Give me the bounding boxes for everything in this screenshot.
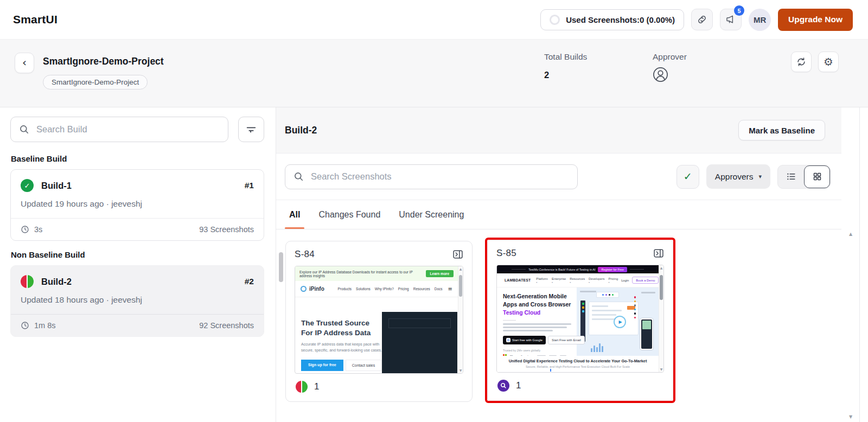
approver-label: Approver (653, 52, 687, 62)
build-number: #2 (245, 277, 254, 286)
decorative-line (630, 269, 644, 270)
screenshot-search-box[interactable] (285, 164, 578, 189)
scroll-down-icon[interactable]: ▼ (849, 415, 852, 419)
build-card-footer: 1m 8s 92 Screenshots (11, 314, 264, 336)
ipinfo-banner: Explore our IP Address Database Download… (295, 266, 458, 281)
build-title-bar: Build-2 Mark as Baseline (276, 107, 841, 154)
refresh-icon (796, 56, 807, 67)
nav-link: Platform (536, 277, 548, 284)
main-scrollbar-thumb[interactable] (279, 252, 283, 282)
changes-found-status-icon (296, 381, 308, 393)
card-footer: 1 (496, 373, 664, 394)
nav-link: Products (337, 287, 352, 291)
mini-toolbar-graphic (596, 292, 619, 298)
build-card-build-1[interactable]: ✓ Build-1 #1 Updated 19 hours ago · jeev… (10, 169, 264, 241)
screenshot-card-s84[interactable]: S-84 Explore our IP Address Database Dow… (285, 241, 473, 402)
ipinfo-nav-links: Products Solutions Why IPinfo? Pricing R… (337, 287, 442, 291)
nav-link: Docs (435, 287, 443, 291)
scroll-up-icon[interactable]: ▲ (849, 232, 852, 236)
build-search-row (10, 117, 264, 142)
approve-all-button[interactable]: ✓ (676, 165, 699, 189)
topbar-actions: Used Screenshots:0 (0.00%) 5 MR Upgrade … (540, 9, 853, 31)
mini-phone-graphic (640, 318, 654, 350)
app-title: SmartUI (13, 13, 58, 26)
build-filter-button[interactable] (238, 117, 264, 142)
announcements-button[interactable]: 5 (720, 9, 742, 30)
link-button[interactable] (691, 9, 713, 30)
approvers-dropdown-label: Approvers (715, 172, 754, 182)
screenshot-card-s85[interactable]: S-85 (487, 240, 673, 401)
lambdatest-section-heading: Unified Digital Experience Testing Cloud… (497, 356, 659, 372)
lt-cta-row: G Start free with Google Start Free with… (503, 336, 578, 344)
screenshot-thumbnail-lambdatest[interactable]: TestMu Conference is Back! Future of Tes… (496, 265, 664, 373)
variant-count: 1 (314, 381, 319, 392)
ipinfo-navbar: iPinfo Products Solutions Why IPinfo? Pr… (295, 281, 458, 297)
approvers-dropdown[interactable]: Approvers ▾ (706, 164, 770, 189)
card-header: S-85 (496, 248, 664, 259)
scroll-down-icon: ▼ (459, 369, 462, 372)
screenshot-thumbnail-ipinfo[interactable]: Explore our IP Address Database Download… (295, 266, 463, 374)
content-area: Baseline Build ✓ Build-1 #1 Updated 19 h… (0, 107, 868, 422)
screenshot-tabs: All Changes Found Under Screening (276, 200, 841, 229)
tab-all[interactable]: All (289, 200, 300, 229)
filter-icon (245, 124, 257, 136)
divider (503, 320, 516, 321)
ipinfo-logo-text: iPinfo (309, 286, 324, 292)
screenshot-cards-grid: S-84 Explore our IP Address Database Dow… (276, 229, 841, 403)
lambdatest-nav-links: Platform Enterprise Resources Developers… (536, 277, 618, 284)
lambdatest-navbar: LAMBDATEST Platform Enterprise Resources… (497, 273, 659, 287)
builds-sidebar: Baseline Build ✓ Build-1 #1 Updated 19 h… (0, 107, 276, 422)
list-view-button[interactable] (778, 165, 804, 188)
announcement-text: TestMu Conference is Back! Future of Tes… (528, 268, 595, 271)
nav-link: Developers (589, 277, 604, 284)
search-icon (293, 171, 304, 182)
scroll-up-icon: ▲ (459, 267, 462, 271)
ipinfo-contact-button: Contact sales (346, 360, 381, 371)
back-button[interactable]: ‹ (15, 53, 34, 73)
ipinfo-heading-line2: For IP Address Data (301, 328, 384, 338)
build-search-input[interactable] (36, 124, 220, 135)
build-screenshot-count: 92 Screenshots (199, 321, 254, 330)
build-detail-inner: Build-2 Mark as Baseline ✓ (276, 107, 841, 403)
total-builds-value: 2 (544, 70, 587, 80)
build-search-box[interactable] (10, 117, 228, 142)
used-screenshots-pill[interactable]: Used Screenshots:0 (0.00%) (540, 9, 684, 30)
tab-under-screening[interactable]: Under Screening (399, 200, 464, 229)
nav-link: Resources (570, 277, 585, 284)
lambdatest-hero-copy: Next-Generation Mobile Apps and Cross Br… (503, 292, 578, 358)
open-panel-icon[interactable] (452, 249, 463, 260)
ipinfo-signup-button: Sign up for free (301, 360, 343, 371)
toolbar-right-actions: ✓ Approvers ▾ (676, 164, 831, 189)
card-footer: 1 (295, 374, 463, 395)
nav-link: Solutions (356, 287, 371, 291)
build-card-build-2[interactable]: Build-2 #2 Updated 18 hours ago · jeeves… (10, 265, 264, 337)
build-detail-panel: Build-2 Mark as Baseline ✓ (276, 107, 868, 422)
screenshot-search-input[interactable] (311, 171, 569, 182)
screenshots-toolbar: ✓ Approvers ▾ (276, 154, 841, 200)
project-info: SmartIgnore-Demo-Project SmartIgnore-Dem… (43, 53, 164, 89)
refresh-button[interactable] (791, 52, 812, 72)
mark-as-baseline-button[interactable]: Mark as Baseline (738, 120, 825, 140)
ipinfo-logo-icon (301, 286, 307, 292)
build-updated-text: Updated 19 hours ago · jeeveshj (21, 199, 254, 209)
text-skeleton-line (503, 327, 567, 328)
approver-avatar-icon[interactable] (653, 67, 687, 82)
user-avatar[interactable]: MR (749, 9, 771, 31)
trusted-by-text: Trusted by 2M+ users globally (503, 349, 578, 352)
settings-button[interactable]: ⚙ (818, 52, 839, 72)
ipinfo-body-text: Accurate IP address data that keeps pace… (301, 342, 384, 354)
under-screening-status-icon (497, 380, 509, 392)
upgrade-now-button[interactable]: Upgrade Now (778, 9, 853, 31)
open-panel-icon[interactable] (653, 248, 664, 259)
grid-view-button[interactable] (804, 165, 830, 188)
play-button-icon: ▶ (614, 316, 626, 328)
project-title: SmartIgnore-Demo-Project (43, 56, 164, 67)
lt-bottom-heading: Unified Digital Experience Testing Cloud… (497, 359, 659, 363)
card-header: S-84 (295, 249, 463, 260)
tab-changes-found[interactable]: Changes Found (318, 200, 380, 229)
scroll-up-icon: ▲ (660, 266, 663, 270)
google-signup-label: Start free with Google (512, 338, 542, 342)
hamburger-icon: ≡ (448, 286, 452, 292)
approver-stat: Approver (653, 52, 687, 82)
mini-dashboard-graphic (589, 302, 639, 335)
